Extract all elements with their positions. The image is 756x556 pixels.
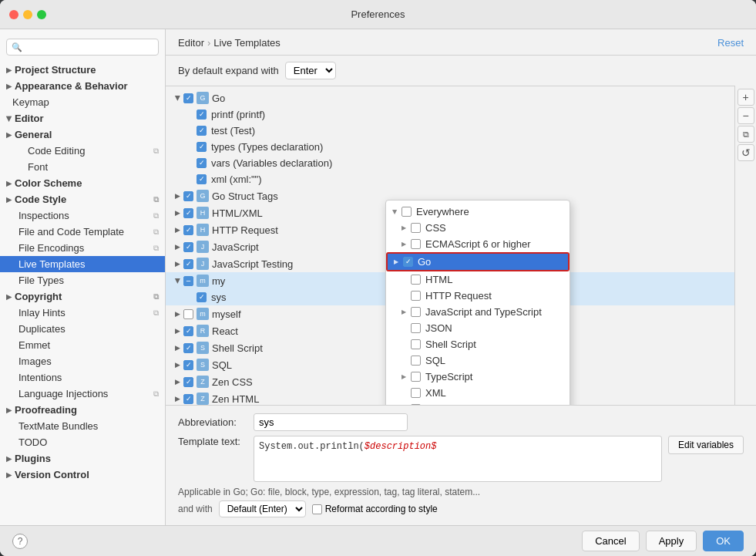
help-button[interactable]: ?: [12, 534, 28, 549]
close-button[interactable]: [9, 10, 18, 19]
search-box[interactable]: 🔍: [6, 39, 159, 56]
list-item[interactable]: vars (Variables declaration): [166, 155, 734, 171]
add-button[interactable]: +: [738, 89, 754, 106]
reset-button[interactable]: Reset: [717, 37, 744, 49]
group-checkbox[interactable]: [183, 394, 193, 404]
sidebar-item-project-structure[interactable]: ▶ Project Structure: [0, 62, 165, 78]
group-checkbox[interactable]: [183, 343, 193, 353]
maximize-button[interactable]: [37, 10, 46, 19]
sidebar-item-duplicates[interactable]: Duplicates: [0, 321, 165, 337]
popup-item-xml[interactable]: ▶ XML: [386, 385, 570, 401]
sidebar-item-inspections[interactable]: Inspections ⧉: [0, 207, 165, 224]
sidebar-item-plugins[interactable]: ▶ Plugins: [0, 450, 165, 467]
group-checkbox[interactable]: [183, 360, 193, 370]
group-checkbox[interactable]: [183, 309, 193, 319]
sidebar-item-general[interactable]: ▶ General: [0, 126, 165, 143]
popup-checkbox[interactable]: [411, 372, 421, 382]
expand-triangle: ▶: [402, 241, 406, 248]
group-checkbox[interactable]: [183, 225, 193, 235]
sidebar-item-inlay-hints[interactable]: Inlay Hints ⧉: [0, 305, 165, 321]
group-checkbox[interactable]: [183, 191, 193, 201]
sidebar-item-emmet[interactable]: Emmet: [0, 337, 165, 353]
sidebar-item-intentions[interactable]: Intentions: [0, 369, 165, 386]
list-item[interactable]: types (Types declaration): [166, 139, 734, 155]
sidebar-item-appearance[interactable]: ▶ Appearance & Behavior: [0, 78, 165, 94]
sidebar-item-version-control[interactable]: ▶ Version Control: [0, 467, 165, 483]
apply-button[interactable]: Apply: [646, 531, 697, 551]
copy-button[interactable]: ⧉: [738, 126, 754, 143]
popup-checkbox[interactable]: [411, 323, 421, 333]
reformat-checkbox[interactable]: [312, 504, 322, 514]
popup-item-http-request[interactable]: ▶ HTTP Request: [386, 288, 570, 304]
ok-button[interactable]: OK: [703, 531, 744, 551]
group-checkbox[interactable]: [183, 208, 193, 218]
popup-checkbox[interactable]: [411, 239, 421, 249]
list-item[interactable]: printf (printf): [166, 106, 734, 123]
sidebar-item-code-style[interactable]: ▶ Code Style ⧉: [0, 191, 165, 207]
group-checkbox[interactable]: [183, 377, 193, 387]
popup-item-typescript[interactable]: ▶ TypeScript: [386, 369, 570, 385]
sidebar-item-language-injections[interactable]: Language Injections ⧉: [0, 386, 165, 402]
popup-item-css[interactable]: ▶ CSS: [386, 220, 570, 236]
popup-item-label: Everywhere: [416, 206, 469, 217]
sidebar-item-code-editing[interactable]: Code Editing ⧉: [0, 143, 165, 159]
item-checkbox[interactable]: [197, 158, 207, 168]
cancel-button[interactable]: Cancel: [582, 531, 639, 551]
sidebar-item-keymap[interactable]: Keymap: [0, 94, 165, 110]
popup-item-html[interactable]: ▶ HTML: [386, 271, 570, 288]
popup-checkbox[interactable]: [411, 223, 421, 233]
popup-checkbox[interactable]: [411, 307, 421, 317]
sidebar-item-editor[interactable]: ▶ Editor: [0, 110, 165, 126]
popup-checkbox[interactable]: [411, 388, 421, 398]
popup-checkbox[interactable]: [402, 207, 412, 217]
sidebar-item-color-scheme[interactable]: ▶ Color Scheme: [0, 175, 165, 191]
item-checkbox[interactable]: [197, 110, 207, 120]
remove-button[interactable]: −: [738, 107, 754, 124]
minimize-button[interactable]: [23, 10, 32, 19]
template-group-go[interactable]: ▶ G Go: [166, 89, 734, 106]
sidebar-item-file-encodings[interactable]: File Encodings ⧉: [0, 240, 165, 256]
popup-checkbox[interactable]: [411, 339, 421, 349]
sidebar-item-proofreading[interactable]: ▶ Proofreading: [0, 402, 165, 418]
item-checkbox[interactable]: [197, 174, 207, 184]
template-code-area[interactable]: System.out.println($description$: [254, 436, 662, 482]
item-checkbox[interactable]: [197, 126, 207, 136]
popup-checkbox[interactable]: [411, 291, 421, 301]
popup-item-sql[interactable]: ▶ SQL: [386, 352, 570, 369]
sidebar-item-file-code-templates[interactable]: File and Code Template ⧉: [0, 224, 165, 240]
popup-checkbox[interactable]: [411, 404, 421, 405]
expand-with-select[interactable]: Enter: [285, 62, 336, 79]
popup-item-shell-script[interactable]: ▶ Shell Script: [386, 336, 570, 352]
group-checkbox[interactable]: [183, 276, 193, 286]
sidebar-item-todo[interactable]: TODO: [0, 434, 165, 450]
group-checkbox[interactable]: [183, 242, 193, 252]
search-input[interactable]: [25, 42, 153, 52]
list-item[interactable]: test (Test): [166, 123, 734, 139]
group-checkbox[interactable]: [183, 259, 193, 269]
sidebar-item-copyright[interactable]: ▶ Copyright ⧉: [0, 288, 165, 305]
item-checkbox[interactable]: [197, 292, 207, 302]
sidebar-item-images[interactable]: Images: [0, 353, 165, 369]
sidebar-item-textmate-bundles[interactable]: TextMate Bundles: [0, 418, 165, 434]
popup-item-everywhere[interactable]: ▶ Everywhere: [386, 204, 570, 220]
list-item[interactable]: xml (xml:""): [166, 171, 734, 187]
sidebar-item-live-templates[interactable]: Live Templates: [0, 256, 165, 272]
abbreviation-input[interactable]: [254, 413, 408, 431]
sidebar-item-file-types[interactable]: File Types: [0, 272, 165, 288]
default-expand-select[interactable]: Default (Enter): [219, 500, 306, 517]
edit-variables-button[interactable]: Edit variables: [668, 436, 744, 454]
popup-item-json[interactable]: ▶ JSON: [386, 320, 570, 336]
popup-item-js-ts[interactable]: ▶ JavaScript and TypeScript: [386, 304, 570, 320]
popup-checkbox[interactable]: [411, 275, 421, 285]
revert-button[interactable]: ↺: [738, 144, 754, 161]
popup-checkbox[interactable]: [403, 257, 413, 267]
popup-item-go[interactable]: ▶ Go: [388, 254, 568, 270]
popup-item-ecmascript[interactable]: ▶ ECMAScript 6 or higher: [386, 236, 570, 252]
item-label: printf (printf): [211, 109, 265, 120]
item-checkbox[interactable]: [197, 142, 207, 152]
popup-item-other[interactable]: ▶ Other: [386, 401, 570, 405]
group-checkbox[interactable]: [183, 93, 193, 103]
popup-checkbox[interactable]: [411, 356, 421, 366]
sidebar-item-font[interactable]: Font: [0, 159, 165, 175]
group-checkbox[interactable]: [183, 326, 193, 336]
